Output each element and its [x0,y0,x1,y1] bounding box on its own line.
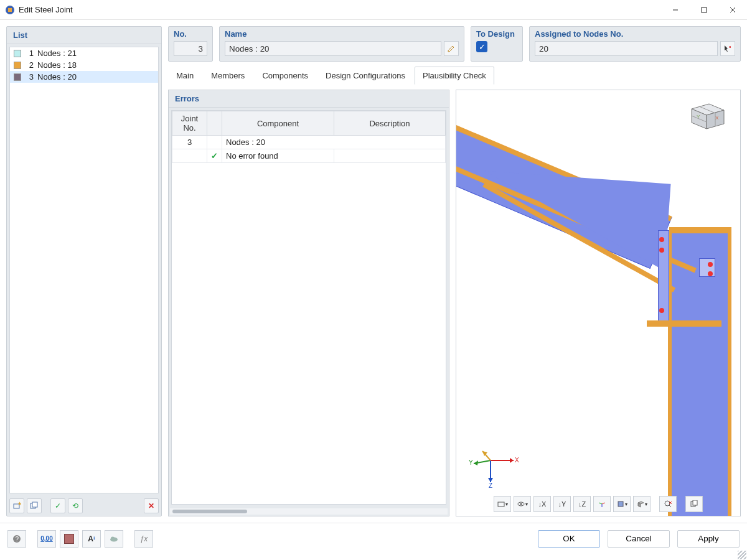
name-label: Name [225,29,459,39]
errors-header: Errors [169,90,449,108]
viewport-toolbar: ↓X ↓Y ↓Z [494,496,703,512]
cell-description [334,149,446,163]
cell-component: No error found [222,149,334,163]
svg-point-49 [111,536,115,539]
uncheck-all-button[interactable]: ⟲ [68,498,83,513]
name-input[interactable] [225,41,441,56]
assigned-input[interactable] [535,41,718,56]
vp-view-y-button[interactable]: ↓Y [553,496,571,512]
svg-rect-9 [32,502,37,507]
svg-point-33 [520,503,522,505]
cancel-button[interactable]: Cancel [608,530,670,548]
color-swatch [14,73,21,81]
vp-view-z-button[interactable]: ↓Z [573,496,591,512]
minimize-button[interactable] [661,0,690,20]
list-item-label: Nodes : 21 [37,49,77,58]
tab-design-configurations[interactable]: Design Configurations [317,67,413,85]
cloud-button[interactable] [105,530,123,548]
svg-text:?: ? [16,536,19,543]
color-swatch [14,62,21,69]
ok-button[interactable]: OK [538,530,600,548]
list-panel: List 1 Nodes : 21 2 Nodes : 18 3 Nodes :… [6,26,162,516]
table-row[interactable]: 3 Nodes : 20 [172,136,446,149]
cell-joint [172,149,207,163]
svg-rect-31 [498,502,504,506]
svg-rect-3 [702,7,707,12]
errors-panel: Errors Joint No. Component Description [168,90,449,516]
list-body[interactable]: 1 Nodes : 21 2 Nodes : 18 3 Nodes : 20 [9,47,159,493]
no-input[interactable] [174,41,207,56]
maximize-button[interactable] [690,0,718,20]
edit-name-button[interactable] [444,41,459,56]
vp-reset-zoom-button[interactable] [659,496,677,512]
list-item[interactable]: 1 Nodes : 21 [10,47,158,59]
vp-render-button[interactable] [633,496,651,512]
tab-plausibility-check[interactable]: Plausibility Check [415,67,494,85]
svg-rect-1 [8,8,12,12]
help-button[interactable]: ? [7,530,26,548]
vp-section-button[interactable] [613,496,631,512]
assigned-label: Assigned to Nodes No. [535,29,735,39]
model-render [456,90,740,516]
color-button[interactable] [60,530,78,548]
new-item-button[interactable]: ★ [9,498,24,513]
svg-line-41 [669,505,671,507]
vp-view-x-button[interactable]: ↓X [533,496,551,512]
todesign-box: To Design ✓ [471,26,523,62]
window-title: Edit Steel Joint [19,5,661,14]
svg-rect-37 [618,502,623,506]
vp-settings-button[interactable] [494,496,511,512]
no-label: No. [174,29,207,39]
main-area: List 1 Nodes : 21 2 Nodes : 18 3 Nodes :… [0,20,747,523]
check-icon: ✓ [211,151,218,161]
color-swatch [14,50,21,57]
function-button[interactable]: ƒx [134,530,153,548]
svg-line-34 [602,503,605,504]
cell-status [207,136,222,149]
errors-table[interactable]: Joint No. Component Description 3 Nodes … [172,111,446,163]
resize-grip[interactable] [738,551,746,559]
content-row: Errors Joint No. Component Description [168,90,741,516]
tab-members[interactable]: Members [203,67,253,85]
pick-nodes-button[interactable] [720,41,735,56]
delete-item-button[interactable]: ✕ [144,498,159,513]
tab-components[interactable]: Components [254,67,316,85]
table-row[interactable]: ✓ No error found [172,149,446,163]
todesign-checkbox[interactable]: ✓ [476,41,487,52]
assigned-box: Assigned to Nodes No. [529,26,741,62]
vp-new-window-button[interactable] [685,496,703,512]
list-item[interactable]: 2 Nodes : 18 [10,59,158,71]
svg-line-35 [599,503,602,504]
font-button[interactable]: A⁝ [82,530,101,548]
tabs: MainMembersComponentsDesign Configuratio… [168,67,741,85]
list-item-label: Nodes : 20 [37,72,77,82]
titlebar: Edit Steel Joint [0,0,747,20]
tab-main[interactable]: Main [168,67,202,85]
check-all-button[interactable]: ✓ [50,498,65,513]
svg-text:★: ★ [17,502,21,506]
vp-iso-button[interactable] [593,496,611,512]
list-item-num: 3 [25,72,34,82]
right-column: No. Name To Design ✓ Assigned to Nodes N… [168,26,741,516]
units-button[interactable]: 0,00 [37,530,56,548]
col-status [207,111,222,136]
apply-button[interactable]: Apply [677,530,740,548]
list-item[interactable]: 3 Nodes : 20 [10,71,158,83]
list-item-num: 1 [25,49,34,58]
svg-rect-45 [693,500,697,505]
list-header: List [7,27,161,44]
close-button[interactable] [718,0,747,20]
list-toolbar: ★ ✓ ⟲ ✕ [7,496,161,516]
errors-body: Joint No. Component Description 3 Nodes … [171,110,446,505]
cell-status: ✓ [207,149,222,163]
no-box: No. [168,26,213,62]
col-component: Component [222,111,334,136]
app-icon [5,5,15,15]
viewport-3d[interactable]: X Y X Y Z [456,90,741,516]
cell-joint: 3 [172,136,207,149]
name-box: Name [219,26,464,62]
errors-scrollbar[interactable] [170,508,448,515]
vp-visibility-button[interactable] [514,496,531,512]
copy-item-button[interactable] [27,498,42,513]
list-item-label: Nodes : 18 [37,60,77,70]
